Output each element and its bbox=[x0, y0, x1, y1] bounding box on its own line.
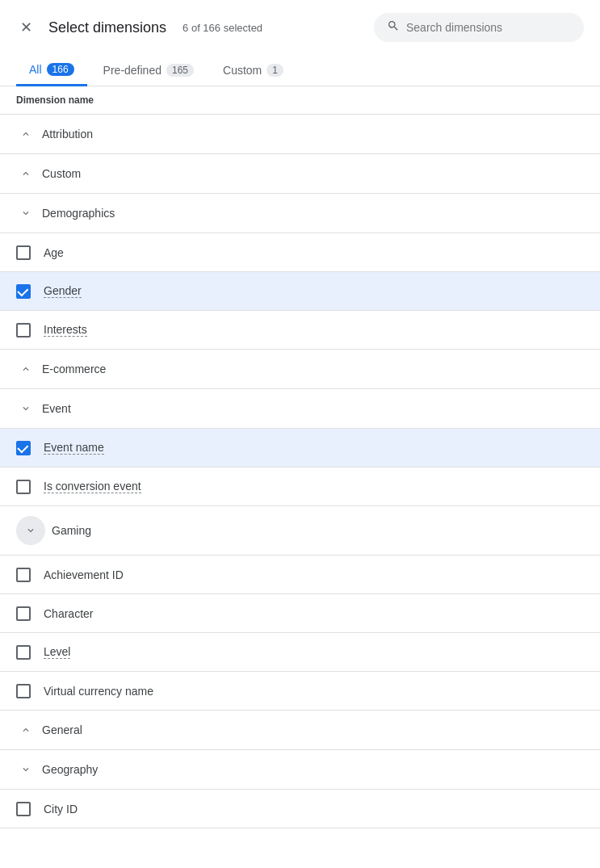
group-custom[interactable]: Custom bbox=[0, 154, 600, 194]
selection-count: 6 of 166 selected bbox=[183, 22, 262, 34]
item-interests-label: Interests bbox=[44, 323, 87, 337]
group-ecommerce[interactable]: E-commerce bbox=[0, 350, 600, 389]
tabs-bar: All 166 Pre-defined 165 Custom 1 bbox=[0, 55, 600, 86]
chevron-up-icon-custom bbox=[16, 164, 36, 183]
item-achievement-id-label: Achievement ID bbox=[44, 568, 124, 581]
search-input[interactable] bbox=[406, 21, 571, 34]
chevron-circle-gaming bbox=[16, 516, 45, 545]
group-event-label: Event bbox=[42, 402, 71, 415]
tab-predefined-label: Pre-defined bbox=[103, 64, 162, 77]
group-demographics-label: Demographics bbox=[42, 207, 115, 220]
tab-custom-label: Custom bbox=[223, 64, 262, 77]
column-header: Dimension name bbox=[0, 86, 600, 115]
group-event[interactable]: Event bbox=[0, 389, 600, 429]
chevron-down-icon-event bbox=[16, 399, 36, 418]
item-is-conversion-event[interactable]: Is conversion event bbox=[0, 468, 600, 506]
item-interests[interactable]: Interests bbox=[0, 311, 600, 350]
tab-all-badge: 166 bbox=[47, 63, 74, 76]
search-icon bbox=[387, 19, 400, 36]
checkbox-virtual-currency-name[interactable] bbox=[16, 684, 31, 698]
tab-all-label: All bbox=[29, 63, 42, 76]
close-button[interactable]: ✕ bbox=[16, 18, 36, 37]
group-ecommerce-label: E-commerce bbox=[42, 363, 106, 375]
group-geography[interactable]: Geography bbox=[0, 750, 600, 790]
header: ✕ Select dimensions 6 of 166 selected bbox=[0, 0, 600, 55]
item-virtual-currency-name[interactable]: Virtual currency name bbox=[0, 672, 600, 711]
item-gender-label: Gender bbox=[44, 284, 82, 298]
chevron-down-icon-geography bbox=[16, 760, 36, 779]
group-gaming-label: Gaming bbox=[52, 524, 91, 537]
chevron-down-icon-demographics bbox=[16, 203, 36, 223]
item-gender[interactable]: Gender bbox=[0, 272, 600, 311]
item-age-label: Age bbox=[44, 246, 64, 259]
checkbox-city-id[interactable] bbox=[16, 802, 31, 816]
item-age[interactable]: Age bbox=[0, 233, 600, 272]
tab-all[interactable]: All 166 bbox=[16, 55, 87, 86]
item-is-conversion-event-label: Is conversion event bbox=[44, 480, 141, 493]
item-event-name[interactable]: Event name bbox=[0, 429, 600, 468]
tab-predefined-badge: 165 bbox=[166, 64, 194, 77]
checkbox-character[interactable] bbox=[16, 606, 31, 621]
item-event-name-label: Event name bbox=[44, 441, 104, 455]
item-city-id[interactable]: City ID bbox=[0, 790, 600, 828]
group-general[interactable]: General bbox=[0, 711, 600, 750]
checkbox-event-name[interactable] bbox=[16, 441, 31, 455]
chevron-up-icon bbox=[16, 124, 36, 144]
checkbox-interests[interactable] bbox=[16, 323, 31, 338]
item-virtual-currency-name-label: Virtual currency name bbox=[44, 685, 153, 698]
item-level-label: Level bbox=[44, 645, 70, 659]
page-title: Select dimensions bbox=[48, 19, 166, 36]
group-general-label: General bbox=[42, 723, 82, 736]
checkbox-gender[interactable] bbox=[16, 284, 31, 299]
group-custom-label: Custom bbox=[42, 167, 81, 180]
checkbox-level[interactable] bbox=[16, 645, 31, 660]
checkbox-age[interactable] bbox=[16, 245, 31, 260]
group-gaming[interactable]: Gaming bbox=[0, 506, 600, 556]
item-character-label: Character bbox=[44, 607, 93, 620]
group-demographics[interactable]: Demographics bbox=[0, 194, 600, 233]
group-attribution-label: Attribution bbox=[42, 128, 93, 140]
group-attribution[interactable]: Attribution bbox=[0, 115, 600, 154]
chevron-up-icon-general bbox=[16, 720, 36, 740]
checkbox-achievement-id[interactable] bbox=[16, 568, 31, 582]
item-character[interactable]: Character bbox=[0, 594, 600, 633]
search-box[interactable] bbox=[374, 13, 584, 42]
group-geography-label: Geography bbox=[42, 763, 98, 776]
tab-custom-badge: 1 bbox=[266, 64, 283, 77]
tab-predefined[interactable]: Pre-defined 165 bbox=[90, 55, 207, 86]
item-achievement-id[interactable]: Achievement ID bbox=[0, 556, 600, 594]
tab-custom[interactable]: Custom 1 bbox=[210, 55, 296, 86]
item-city-id-label: City ID bbox=[44, 803, 78, 816]
checkbox-is-conversion-event[interactable] bbox=[16, 480, 31, 494]
item-level[interactable]: Level bbox=[0, 633, 600, 672]
chevron-up-icon-ecommerce bbox=[16, 359, 36, 379]
